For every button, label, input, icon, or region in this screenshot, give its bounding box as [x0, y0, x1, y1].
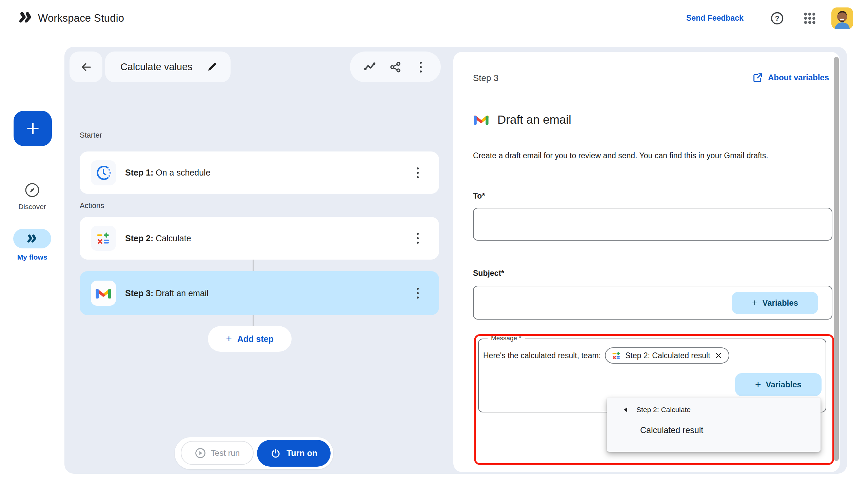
step-label: Step 3: Draft an email: [125, 288, 209, 298]
to-input[interactable]: [473, 208, 832, 241]
apps-grid-button[interactable]: [802, 11, 817, 26]
compass-icon: [0, 182, 64, 198]
canvas-menu-button[interactable]: [413, 60, 428, 75]
remove-variable-button[interactable]: [714, 351, 723, 360]
message-variables-button[interactable]: + Variables: [735, 373, 822, 396]
flow-title-pill: Calculate values: [105, 52, 231, 82]
add-step-label: Add step: [237, 334, 274, 344]
panel-title: Draft an email: [497, 113, 571, 126]
sidebar-item-label: Discover: [0, 203, 64, 211]
sidebar-item-label: My flows: [0, 253, 64, 261]
step-label: Step 1: On a schedule: [125, 168, 211, 178]
variables-label: Variables: [763, 298, 798, 308]
plus-icon: +: [226, 334, 232, 344]
test-run-button[interactable]: Test run: [181, 441, 254, 465]
add-step-button[interactable]: + Add step: [208, 326, 292, 352]
workspace-studio-app: Workspace Studio Send Feedback ?: [0, 0, 868, 488]
dropdown-option-calculated-result[interactable]: Calculated result: [640, 425, 703, 435]
gmail-icon: [91, 281, 116, 306]
section-label-starter: Starter: [80, 131, 102, 140]
activity-icon: [363, 61, 376, 74]
pencil-icon: [206, 61, 218, 73]
kebab-menu-icon: [416, 58, 425, 76]
plus-icon: +: [752, 298, 758, 308]
calculate-icon: [91, 226, 116, 251]
share-icon: [389, 61, 401, 73]
step-card-3-selected[interactable]: Step 3: Draft an email: [80, 271, 439, 315]
step-menu-button[interactable]: [413, 229, 422, 247]
sidebar-item-discover[interactable]: Discover: [0, 182, 64, 211]
variable-token-chip[interactable]: Step 2: Calculated result: [605, 347, 729, 364]
plus-icon: [25, 121, 40, 136]
my-flows-active-pill: [13, 229, 51, 248]
back-arrow-icon: [79, 60, 93, 74]
message-content: Here's the calculated result, team: Step…: [483, 347, 729, 364]
flow-connector: [253, 260, 254, 271]
share-button[interactable]: [388, 60, 403, 75]
message-text: Here's the calculated result, team:: [483, 351, 601, 360]
panel-description: Create a draft email for you to review a…: [473, 149, 826, 162]
gmail-icon: [473, 113, 489, 126]
create-flow-button[interactable]: [14, 111, 52, 146]
step-menu-button[interactable]: [413, 164, 422, 182]
flows-glyph-icon: [26, 233, 38, 244]
top-bar: Workspace Studio Send Feedback ?: [0, 0, 868, 47]
flow-connector: [253, 315, 254, 326]
left-rail: Discover My flows: [0, 47, 64, 488]
edit-title-button[interactable]: [205, 60, 219, 74]
flow-title: Calculate values: [120, 61, 205, 73]
sidebar-item-my-flows[interactable]: My flows: [0, 229, 64, 261]
play-circle-icon: [195, 447, 206, 459]
test-run-label: Test run: [211, 448, 240, 458]
about-variables-link[interactable]: About variables: [752, 72, 829, 83]
help-icon: ?: [770, 11, 784, 25]
send-feedback-link[interactable]: Send Feedback: [686, 14, 744, 23]
variables-label: Variables: [766, 380, 802, 389]
svg-text:?: ?: [775, 14, 779, 23]
subject-variables-button[interactable]: + Variables: [732, 292, 818, 314]
to-label: To*: [473, 191, 485, 201]
dropdown-group-label: Step 2: Calculate: [636, 406, 691, 414]
app-title: Workspace Studio: [38, 12, 124, 24]
panel-app-row: Draft an email: [473, 113, 571, 126]
step-card-2[interactable]: Step 2: Calculate: [80, 217, 439, 260]
step-label: Step 2: Calculate: [125, 233, 191, 243]
canvas-toolbar: [350, 52, 441, 82]
variable-token-label: Step 2: Calculated result: [625, 351, 710, 360]
power-icon: [270, 448, 281, 459]
run-action-bar: Test run Turn on: [175, 437, 333, 469]
turn-on-label: Turn on: [287, 448, 317, 458]
dropdown-group-step2[interactable]: Step 2: Calculate: [623, 406, 691, 414]
panel-scrollbar-thumb[interactable]: [834, 57, 839, 461]
subject-label: Subject*: [473, 269, 504, 278]
schedule-clock-icon: [91, 160, 116, 185]
apps-grid-icon: [803, 11, 817, 25]
turn-on-button[interactable]: Turn on: [257, 440, 331, 467]
panel-step-label: Step 3: [473, 73, 498, 83]
triangle-left-icon: [623, 407, 628, 413]
plus-icon: +: [755, 380, 761, 390]
step-menu-button[interactable]: [413, 284, 422, 302]
open-in-new-icon: [752, 72, 763, 83]
avatar[interactable]: [831, 7, 853, 29]
calculate-icon: [612, 351, 621, 360]
step-card-1[interactable]: Step 1: On a schedule: [80, 151, 439, 194]
variables-dropdown: Step 2: Calculate Calculated result: [607, 398, 821, 452]
section-label-actions: Actions: [80, 201, 104, 210]
back-button[interactable]: [70, 52, 102, 82]
activity-button[interactable]: [362, 60, 377, 75]
help-button[interactable]: ?: [770, 11, 785, 26]
message-label: Message *: [488, 334, 525, 342]
about-variables-label: About variables: [768, 73, 829, 82]
workspace-studio-logo-icon: [18, 10, 34, 25]
subject-input[interactable]: + Variables: [473, 286, 832, 320]
